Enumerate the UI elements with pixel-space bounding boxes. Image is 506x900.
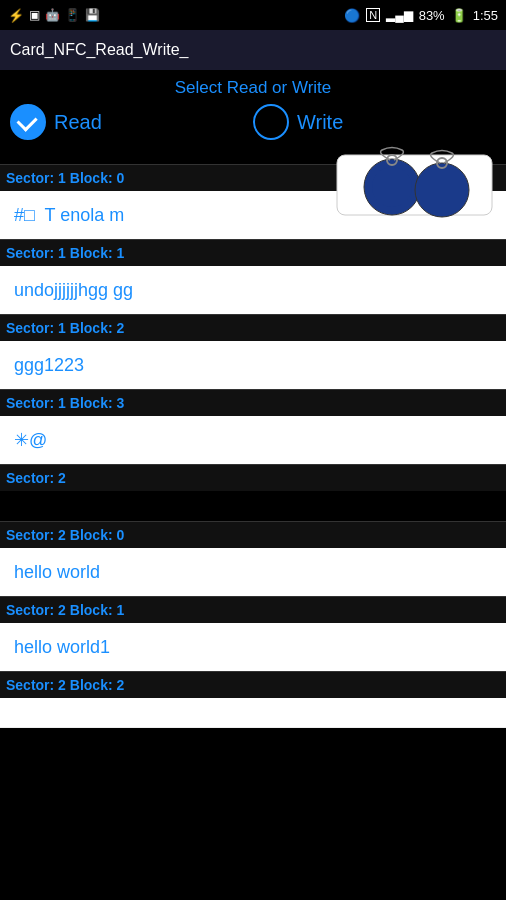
write-label: Write [297, 111, 343, 134]
bluetooth-icon: 🔵 [344, 8, 360, 23]
android-icon: 🤖 [45, 8, 60, 22]
sector-2-block-0-header: Sector: 2 Block: 0 [0, 521, 506, 548]
sector-2-block-0-data: hello world [0, 548, 506, 596]
phone-icon: 📱 [65, 8, 80, 22]
read-radio-circle[interactable] [10, 104, 46, 140]
nfc-image [322, 142, 502, 222]
select-label: Select Read or Write [0, 78, 506, 98]
battery-icon: 🔋 [451, 8, 467, 23]
sector-2-header: Sector: 2 [0, 464, 506, 491]
sector-2-block-1-header: Sector: 2 Block: 1 [0, 596, 506, 623]
sector-1-block-2-header: Sector: 1 Block: 2 [0, 314, 506, 341]
nfc-icon: N [366, 8, 380, 22]
nfc-fobs-svg [327, 145, 497, 220]
sector-1-block-3-header: Sector: 1 Block: 3 [0, 389, 506, 416]
sector-1-block-2-data: ggg1223 [0, 341, 506, 389]
status-bar-left-icons: ⚡ ▣ 🤖 📱 💾 [8, 8, 100, 23]
battery-percentage: 83% [419, 8, 445, 23]
sector-1-block-1-header: Sector: 1 Block: 1 [0, 239, 506, 266]
content-area[interactable]: Sector: 1 Block: 0 #□ T enola m Sector: … [0, 164, 506, 900]
app-title: Card_NFC_Read_Write_ [10, 41, 188, 59]
signal-bars: ▂▄▆ [386, 8, 413, 22]
sector-1-block-1-data: undojjjjjjhgg gg [0, 266, 506, 314]
usb-icon: ⚡ [8, 8, 24, 23]
sector-2-block-2-empty [0, 698, 506, 728]
status-bar-right: 🔵 N ▂▄▆ 83% 🔋 1:55 [344, 8, 498, 23]
write-radio-circle[interactable] [253, 104, 289, 140]
screen-icon: ▣ [29, 8, 40, 22]
svg-point-4 [415, 163, 469, 217]
storage-icon: 💾 [85, 8, 100, 22]
sector-2-block-1-data: hello world1 [0, 623, 506, 671]
svg-point-2 [372, 167, 412, 207]
sector-2-block-2-header: Sector: 2 Block: 2 [0, 671, 506, 698]
time: 1:55 [473, 8, 498, 23]
write-option[interactable]: Write [253, 104, 496, 140]
radio-row: Read Write [0, 104, 506, 140]
status-bar: ⚡ ▣ 🤖 📱 💾 🔵 N ▂▄▆ 83% 🔋 1:55 [0, 0, 506, 30]
sector-2-empty [0, 491, 506, 521]
title-bar: Card_NFC_Read_Write_ [0, 30, 506, 70]
sector-1-block-3-data: ✳@ [0, 416, 506, 464]
read-option[interactable]: Read [10, 104, 253, 140]
header-area: Select Read or Write Read Write [0, 70, 506, 160]
read-label: Read [54, 111, 102, 134]
